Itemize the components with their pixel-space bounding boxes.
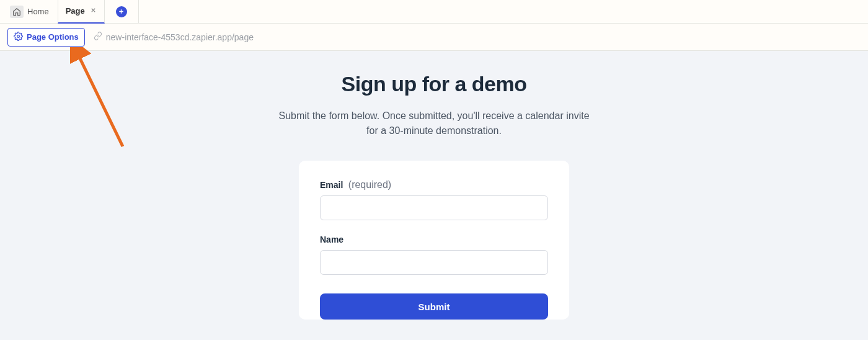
email-field-block: Email (required) (320, 179, 548, 220)
page-options-label: Page Options (27, 32, 79, 42)
email-required-hint: (required) (348, 179, 391, 190)
tab-page-label: Page (66, 6, 85, 16)
page-url-text: new-interface-4553cd.zapier.app/page (106, 32, 254, 42)
tab-page[interactable]: Page (58, 0, 105, 24)
sub-toolbar: Page Options new-interface-4553cd.zapier… (0, 24, 868, 51)
page-title: Sign up for a demo (342, 72, 527, 96)
tab-bar: Home Page (0, 0, 868, 24)
name-field-block: Name (320, 234, 548, 275)
tab-home-label: Home (27, 7, 49, 16)
page-url[interactable]: new-interface-4553cd.zapier.app/page (94, 32, 254, 42)
form-card: Email (required) Name Submit (299, 161, 569, 320)
email-label: Email (320, 180, 343, 190)
email-field[interactable] (320, 195, 548, 220)
gear-icon (14, 32, 23, 43)
submit-button[interactable]: Submit (320, 293, 548, 320)
tab-home[interactable]: Home (4, 3, 55, 20)
page-subtitle: Submit the form below. Once submitted, y… (273, 109, 595, 138)
divider (138, 0, 139, 24)
add-tab-button[interactable] (116, 6, 127, 17)
name-label: Name (320, 235, 343, 244)
page-options-button[interactable]: Page Options (7, 28, 85, 47)
close-icon[interactable] (90, 6, 97, 16)
link-icon (94, 32, 102, 42)
svg-point-0 (17, 35, 20, 37)
name-field[interactable] (320, 250, 548, 275)
canvas-area: Sign up for a demo Submit the form below… (0, 51, 868, 340)
home-icon (10, 6, 24, 18)
